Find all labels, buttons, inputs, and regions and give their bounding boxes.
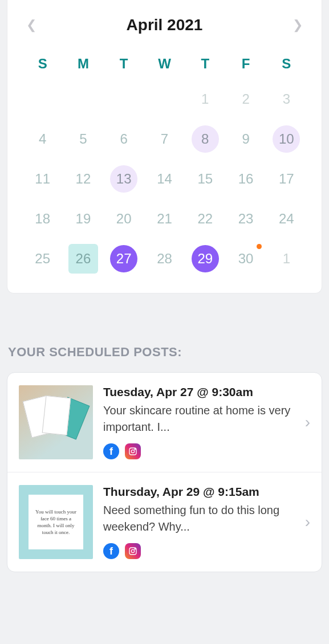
- calendar-day[interactable]: 14: [151, 165, 178, 193]
- day-cell: 1: [185, 84, 225, 114]
- calendar-day[interactable]: 19: [70, 205, 97, 233]
- post-platforms: f: [103, 443, 295, 459]
- dow-label: S: [266, 50, 307, 78]
- calendar-day[interactable]: 15: [192, 165, 219, 193]
- scheduled-posts-card: Tuesday, Apr 27 @ 9:30amYour skincare ro…: [7, 372, 322, 572]
- day-cell: [104, 84, 144, 114]
- calendar-day[interactable]: 4: [29, 125, 56, 153]
- calendar-day[interactable]: 18: [29, 205, 56, 233]
- dow-label: W: [144, 50, 185, 78]
- scheduled-post[interactable]: You will touch your face 60 times a mont…: [7, 472, 322, 572]
- day-cell: 27: [104, 244, 144, 274]
- chevron-left-icon: ❮: [26, 18, 36, 32]
- day-cell: 1: [266, 244, 307, 274]
- calendar-day[interactable]: 22: [192, 205, 219, 233]
- calendar-day[interactable]: 28: [151, 245, 178, 272]
- svg-point-4: [131, 549, 134, 552]
- facebook-icon: f: [103, 443, 119, 459]
- calendar-day[interactable]: 16: [232, 165, 259, 193]
- post-date: Thursday, Apr 29 @ 9:15am: [103, 485, 295, 499]
- calendar-day[interactable]: 7: [151, 125, 178, 153]
- post-platforms: f: [103, 543, 295, 559]
- section-title: YOUR SCHEDULED POSTS:: [8, 345, 321, 360]
- dow-label: T: [185, 50, 225, 78]
- calendar-day[interactable]: 5: [70, 125, 97, 153]
- day-cell: 8: [185, 124, 225, 154]
- svg-point-5: [135, 549, 135, 549]
- dow-label: S: [22, 50, 63, 78]
- calendar-day[interactable]: 1: [192, 85, 219, 113]
- scheduled-post[interactable]: Tuesday, Apr 27 @ 9:30amYour skincare ro…: [7, 373, 322, 472]
- post-body: Tuesday, Apr 27 @ 9:30amYour skincare ro…: [103, 385, 295, 459]
- calendar-day[interactable]: 13: [110, 165, 137, 193]
- day-cell: 4: [22, 124, 63, 154]
- day-cell: [144, 84, 185, 114]
- calendar-day[interactable]: 10: [273, 125, 300, 153]
- calendar-title: April 2021: [127, 16, 203, 34]
- calendar-day[interactable]: 17: [273, 165, 300, 193]
- day-cell: 30: [225, 244, 266, 274]
- post-preview-text: Your skincare routine at home is very im…: [103, 402, 295, 435]
- calendar-day[interactable]: 30: [232, 245, 259, 272]
- calendar-day[interactable]: 12: [70, 165, 97, 193]
- calendar-day[interactable]: 6: [110, 125, 137, 153]
- dow-label: T: [104, 50, 144, 78]
- day-cell: 6: [104, 124, 144, 154]
- calendar-day[interactable]: 1: [273, 245, 300, 272]
- next-month-button[interactable]: ❯: [289, 16, 307, 34]
- calendar-day[interactable]: 29: [192, 245, 219, 272]
- day-cell: 25: [22, 244, 63, 274]
- post-preview-text: Need something fun to do this long weeke…: [103, 502, 295, 535]
- day-cell: 21: [144, 204, 185, 234]
- svg-point-1: [131, 450, 134, 453]
- day-cell: 24: [266, 204, 307, 234]
- dow-label: F: [225, 50, 266, 78]
- day-cell: 16: [225, 164, 266, 194]
- dow-label: M: [63, 50, 103, 78]
- facebook-icon: f: [103, 543, 119, 559]
- prev-month-button[interactable]: ❮: [22, 16, 40, 34]
- day-cell: 20: [104, 204, 144, 234]
- calendar-day[interactable]: 26: [68, 244, 98, 274]
- day-cell: 28: [144, 244, 185, 274]
- days-grid: 1234567891011121314151617181920212223242…: [22, 84, 307, 274]
- calendar-day[interactable]: 27: [110, 245, 137, 272]
- calendar-header: ❮ April 2021 ❯: [22, 16, 307, 34]
- quote-text: You will touch your face 60 times a mont…: [29, 495, 83, 549]
- day-cell: 22: [185, 204, 225, 234]
- calendar-card: ❮ April 2021 ❯ SMTWTFS 12345678910111213…: [7, 0, 322, 294]
- day-cell: 7: [144, 124, 185, 154]
- chevron-right-icon: ›: [305, 513, 310, 531]
- calendar-day[interactable]: 8: [192, 125, 219, 153]
- day-cell: 10: [266, 124, 307, 154]
- day-cell: [22, 84, 63, 114]
- calendar-day[interactable]: 3: [273, 85, 300, 113]
- post-thumbnail: You will touch your face 60 times a mont…: [19, 485, 93, 559]
- calendar-day[interactable]: 2: [232, 85, 259, 113]
- day-cell: 17: [266, 164, 307, 194]
- post-body: Thursday, Apr 29 @ 9:15amNeed something …: [103, 485, 295, 559]
- day-cell: [63, 84, 103, 114]
- day-cell: 19: [63, 204, 103, 234]
- day-cell: 11: [22, 164, 63, 194]
- calendar-day[interactable]: 25: [29, 245, 56, 272]
- day-cell: 26: [63, 244, 103, 274]
- day-cell: 14: [144, 164, 185, 194]
- chevron-right-icon: ❯: [293, 18, 303, 32]
- day-of-week-row: SMTWTFS: [22, 50, 307, 78]
- calendar-day[interactable]: 11: [29, 165, 56, 193]
- day-cell: 12: [63, 164, 103, 194]
- day-cell: 3: [266, 84, 307, 114]
- calendar-day[interactable]: 23: [232, 205, 259, 233]
- calendar-day[interactable]: 9: [232, 125, 259, 153]
- calendar-day[interactable]: 20: [110, 205, 137, 233]
- instagram-icon: [125, 443, 141, 459]
- day-cell: 18: [22, 204, 63, 234]
- calendar-day[interactable]: 21: [151, 205, 178, 233]
- day-cell: 2: [225, 84, 266, 114]
- chevron-right-icon: ›: [305, 413, 310, 431]
- day-cell: 15: [185, 164, 225, 194]
- day-cell: 13: [104, 164, 144, 194]
- post-date: Tuesday, Apr 27 @ 9:30am: [103, 385, 295, 399]
- calendar-day[interactable]: 24: [273, 205, 300, 233]
